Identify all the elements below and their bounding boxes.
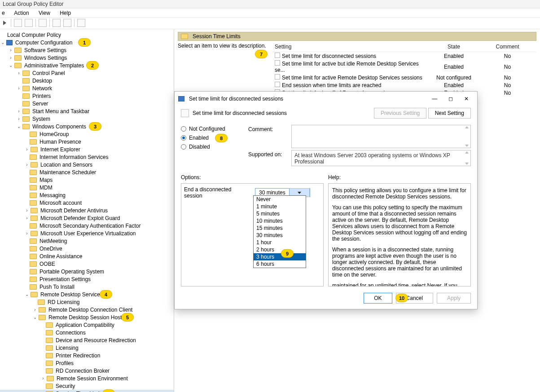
tree-item[interactable]: OneDrive: [39, 246, 63, 252]
help-box[interactable]: This policy setting allows you to config…: [328, 183, 471, 286]
tree-item[interactable]: Location and Sensors: [40, 162, 93, 168]
combo-option[interactable]: 5 minutes: [254, 210, 306, 217]
toolbar: [0, 18, 540, 29]
tree-item[interactable]: Internet Explorer: [40, 146, 81, 153]
tree-item[interactable]: Microsoft Defender Exploit Guard: [40, 215, 121, 221]
combo-option[interactable]: 6 hours: [254, 260, 306, 268]
table-row[interactable]: End session when time limits are reached…: [272, 81, 536, 89]
tree-server[interactable]: Server: [31, 101, 49, 107]
tree-item[interactable]: Application Compatibility: [55, 322, 115, 328]
ok-button[interactable]: OK: [364, 293, 392, 304]
tree-item[interactable]: Microsoft User Experience Virtualization: [40, 230, 137, 237]
tree-item[interactable]: Internet Information Services: [39, 154, 109, 160]
tree-item[interactable]: Online Assistance: [39, 253, 83, 260]
policy-state: Enabled: [429, 81, 479, 89]
apply-button[interactable]: Apply: [437, 293, 471, 304]
table-row[interactable]: Set time limit for disconnected sessions…: [272, 52, 536, 60]
tree-item[interactable]: Messaging: [39, 192, 66, 198]
tree-item[interactable]: Security: [55, 383, 76, 389]
policy-state: Not configured: [429, 74, 479, 81]
tree-administrative-templates[interactable]: Administrative Templates: [23, 62, 85, 69]
tree-item[interactable]: Human Presence: [39, 139, 82, 145]
maximize-button[interactable]: ◻: [443, 93, 458, 104]
menu-file[interactable]: e: [2, 10, 5, 16]
minimize-button[interactable]: —: [427, 93, 442, 104]
tree-item[interactable]: Portable Operating System: [39, 269, 105, 275]
radio-disabled[interactable]: Disabled: [181, 144, 239, 150]
table-row[interactable]: Set time limit for active Remote Desktop…: [272, 74, 536, 81]
col-header-setting[interactable]: Setting: [272, 43, 429, 52]
policy-comment: No: [479, 89, 536, 97]
policy-setting: Set time limit for active Remote Desktop…: [282, 75, 422, 81]
expand-collapse-icon[interactable]: ⌄: [0, 40, 5, 45]
tree-item[interactable]: Device and Resource Redirection: [55, 337, 137, 344]
tree-item[interactable]: Microsoft Secondary Authentication Facto…: [39, 223, 141, 229]
tree-item[interactable]: Presentation Settings: [39, 276, 92, 282]
menu-view[interactable]: View: [39, 10, 50, 16]
tree-root[interactable]: Local Computer Policy: [6, 32, 62, 38]
tree-item[interactable]: Microsoft Defender Antivirus: [40, 207, 109, 214]
tree-item[interactable]: HomeGroup: [39, 131, 70, 137]
radio-not-configured[interactable]: Not Configured: [181, 126, 239, 132]
tree-session-time-limits[interactable]: Session Time Limits: [55, 391, 105, 392]
tree-item[interactable]: Push To Install: [39, 284, 75, 290]
tree-start-menu-taskbar[interactable]: Start Menu and Taskbar: [31, 108, 90, 115]
combo-option[interactable]: 15 minutes: [254, 225, 306, 232]
tree-system[interactable]: System: [31, 116, 51, 122]
annotation-badge-4: 4: [100, 290, 112, 299]
toolbar-button-4[interactable]: [53, 19, 61, 27]
tree-item[interactable]: RD Connection Broker: [55, 368, 110, 374]
tree-item[interactable]: NetMeeting: [39, 238, 68, 244]
forward-icon[interactable]: [2, 20, 8, 26]
radio-enabled[interactable]: Enabled 8: [181, 135, 239, 141]
col-header-comment[interactable]: Comment: [479, 43, 536, 52]
table-row[interactable]: Set time limit for active but idle Remot…: [272, 60, 536, 74]
col-header-state[interactable]: State: [429, 43, 479, 52]
toolbar-button-3[interactable]: [39, 19, 47, 27]
tree-windows-components[interactable]: Windows Components: [31, 123, 87, 130]
comment-textbox[interactable]: [291, 125, 471, 148]
tree-software-settings[interactable]: Software Settings: [23, 47, 67, 53]
toolbar-button-5[interactable]: [63, 19, 71, 27]
tree-item[interactable]: Maintenance Scheduler: [39, 169, 97, 176]
filter-icon[interactable]: [77, 19, 85, 27]
toolbar-button-2[interactable]: [25, 19, 33, 27]
menu-action[interactable]: Action: [14, 10, 29, 16]
tree-item[interactable]: Printer Redirection: [55, 352, 101, 359]
policy-setting: End session when time limits are reached: [282, 82, 381, 88]
combo-option[interactable]: 3 hours: [254, 253, 306, 260]
tree-item[interactable]: Maps: [39, 177, 53, 183]
menu-help[interactable]: Help: [60, 10, 71, 16]
tree-network[interactable]: Network: [31, 85, 53, 92]
combo-option[interactable]: Never: [254, 196, 306, 203]
tree-item[interactable]: MDM: [39, 185, 53, 191]
tree-item[interactable]: OOBE: [39, 261, 56, 267]
combo-option[interactable]: 1 hour: [254, 239, 306, 246]
tree-item[interactable]: Remote Desktop Connection Client: [48, 307, 133, 313]
tree-item[interactable]: Profiles: [55, 360, 75, 366]
combo-dropdown[interactable]: Never1 minute5 minutes10 minutes15 minut…: [253, 195, 306, 268]
tree-item[interactable]: RD Licensing: [47, 299, 80, 305]
combo-option[interactable]: 2 hours: [254, 246, 306, 253]
tree-item[interactable]: Licensing: [55, 345, 79, 351]
previous-setting-button[interactable]: Previous Setting: [374, 108, 426, 119]
tree-desktop[interactable]: Desktop: [31, 78, 53, 84]
tree-remote-desktop-session-host[interactable]: Remote Desktop Session Host: [48, 314, 123, 321]
combo-option[interactable]: 30 minutes: [254, 232, 306, 239]
close-button[interactable]: ✕: [459, 93, 474, 104]
toolbar-button-1[interactable]: [14, 19, 22, 27]
tree-item[interactable]: Connections: [55, 330, 87, 336]
next-setting-button[interactable]: Next Setting: [428, 108, 471, 119]
tree-item[interactable]: Remote Session Environment: [56, 375, 129, 382]
tree-control-panel[interactable]: Control Panel: [31, 70, 66, 76]
folder-icon: [31, 216, 38, 221]
tree-remote-desktop-services[interactable]: Remote Desktop Services: [40, 291, 104, 298]
window-titlebar: Local Group Policy Editor: [0, 0, 540, 9]
tree-item[interactable]: Microsoft account: [39, 200, 83, 206]
tree-computer-configuration[interactable]: Computer Configuration: [14, 40, 73, 46]
combo-option[interactable]: 1 minute: [254, 203, 306, 210]
tree-pane[interactable]: Local Computer Policy ⌄ Computer Configu…: [0, 29, 174, 392]
tree-windows-settings[interactable]: Windows Settings: [23, 55, 68, 61]
tree-printers[interactable]: Printers: [31, 93, 52, 99]
combo-option[interactable]: 10 minutes: [254, 217, 306, 225]
